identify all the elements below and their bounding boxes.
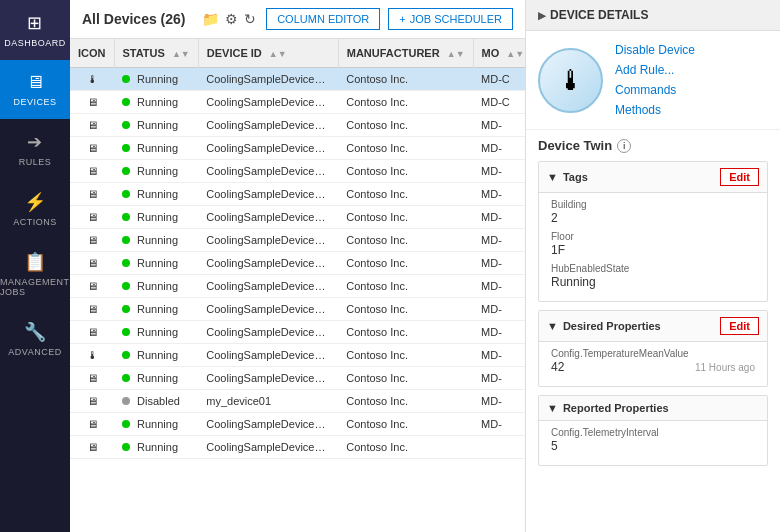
status-dot [122, 282, 130, 290]
col-device-id[interactable]: DEVICE ID ▲▼ [198, 39, 338, 68]
table-row[interactable]: 🌡 Running CoolingSampleDevice002_979 Con… [70, 344, 525, 367]
cell-icon: 🖥 [70, 298, 114, 321]
status-text: Running [137, 349, 178, 361]
job-scheduler-button[interactable]: + JOB SCHEDULER [388, 8, 513, 30]
table-row[interactable]: 🖥 Running CoolingSampleDevice021_979 Con… [70, 436, 525, 459]
cell-device-id: CoolingSampleDevice012_979 [198, 275, 338, 298]
cell-device-id: CoolingSampleDevice022_979 [198, 206, 338, 229]
cell-device-id: my_device01 [198, 390, 338, 413]
floor-label: Floor [551, 231, 755, 242]
status-dot [122, 167, 130, 175]
cell-icon: 🖥 [70, 137, 114, 160]
table-row[interactable]: 🖥 Running CoolingSampleDevice015_979 Con… [70, 298, 525, 321]
device-icon-2: 🖥 [87, 119, 98, 131]
table-row[interactable]: 🖥 Running CoolingSampleDevice023_979 Con… [70, 91, 525, 114]
methods-link[interactable]: Methods [615, 103, 695, 117]
sidebar-item-rules[interactable]: ➔ Rules [0, 119, 70, 179]
sidebar-item-management-jobs[interactable]: 📋 Management Jobs [0, 239, 70, 309]
status-dot [122, 121, 130, 129]
tags-edit-button[interactable]: Edit [720, 168, 759, 186]
column-editor-button[interactable]: COLUMN EDITOR [266, 8, 380, 30]
cell-manufacturer: Contoso Inc. [338, 183, 473, 206]
page-title: All Devices (26) [82, 11, 192, 27]
actions-icon: ⚡ [24, 191, 47, 213]
building-value: 2 [551, 211, 755, 225]
col-model[interactable]: MO ▲▼ [473, 39, 525, 68]
desired-section: ▼ Desired Properties Edit Config.Tempera… [538, 310, 768, 387]
table-row[interactable]: 🖥 Running CoolingSampleDevice020_979 Con… [70, 160, 525, 183]
config-temp-row: 42 11 Hours ago [551, 360, 755, 374]
info-icon[interactable]: i [617, 139, 631, 153]
add-rule-link[interactable]: Add Rule... [615, 63, 695, 77]
panel-header: ▶ DEVICE DETAILS [526, 0, 780, 31]
desired-section-header[interactable]: ▼ Desired Properties Edit [539, 311, 767, 342]
cell-icon: 🖥 [70, 183, 114, 206]
telemetry-prop: Config.TelemetryInterval 5 [551, 427, 755, 453]
folder-icon[interactable]: 📁 [202, 11, 219, 27]
cell-status: Running [114, 68, 198, 91]
device-visual: 🌡 Disable Device Add Rule... Commands Me… [526, 31, 780, 130]
cell-manufacturer: Contoso Inc. [338, 298, 473, 321]
table-row[interactable]: 🖥 Running CoolingSampleDevice007_979 Con… [70, 413, 525, 436]
status-text: Running [137, 280, 178, 292]
status-dot [122, 374, 130, 382]
table-row[interactable]: 🖥 Running CoolingSampleDevice025_979 Con… [70, 229, 525, 252]
cell-device-id: CoolingSampleDevice002_979 [198, 344, 338, 367]
refresh-icon[interactable]: ↻ [244, 11, 256, 27]
dashboard-icon: ⊞ [27, 12, 43, 34]
commands-link[interactable]: Commands [615, 83, 695, 97]
status-text: Running [137, 326, 178, 338]
status-dot [122, 328, 130, 336]
cell-manufacturer: Contoso Inc. [338, 367, 473, 390]
status-text: Running [137, 372, 178, 384]
toolbar: COLUMN EDITOR + JOB SCHEDULER [266, 8, 513, 30]
desired-section-left: ▼ Desired Properties [547, 320, 661, 332]
cell-manufacturer: Contoso Inc. [338, 344, 473, 367]
table-row[interactable]: 🌡 Running CoolingSampleDevice001_979 Con… [70, 68, 525, 91]
device-twin-section: Device Twin i ▼ Tags Edit Building 2 Flo… [526, 130, 780, 482]
table-row[interactable]: 🖥 Running CoolingSampleDevice018_979 Con… [70, 321, 525, 344]
table-row[interactable]: 🖥 Running CoolingSampleDevice012_979 Con… [70, 275, 525, 298]
table-row[interactable]: 🖥 Running CoolingSampleDevice006_979 Con… [70, 183, 525, 206]
sidebar-item-advanced[interactable]: 🔧 Advanced [0, 309, 70, 369]
sidebar-item-actions[interactable]: ⚡ Actions [0, 179, 70, 239]
cell-model: MD- [473, 413, 525, 436]
desired-edit-button[interactable]: Edit [720, 317, 759, 335]
sidebar-item-label: Devices [13, 97, 56, 107]
tags-section-header[interactable]: ▼ Tags Edit [539, 162, 767, 193]
cell-manufacturer: Contoso Inc. [338, 137, 473, 160]
cell-model: MD- [473, 321, 525, 344]
sidebar-item-dashboard[interactable]: ⊞ Dashboard [0, 0, 70, 60]
table-row[interactable]: 🖥 Disabled my_device01 Contoso Inc. MD- [70, 390, 525, 413]
config-temp-label: Config.TemperatureMeanValue [551, 348, 755, 359]
table-row[interactable]: 🖥 Running CoolingSampleDevice010_979 Con… [70, 252, 525, 275]
filter-icon[interactable]: ⚙ [225, 11, 238, 27]
cell-icon: 🖥 [70, 229, 114, 252]
cell-manufacturer: Contoso Inc. [338, 91, 473, 114]
table-row[interactable]: 🖥 Running CoolingSampleDevice013_979 Con… [70, 137, 525, 160]
status-dot [122, 75, 130, 83]
table-row[interactable]: 🖥 Running CoolingSampleDevice022_979 Con… [70, 206, 525, 229]
col-status[interactable]: STATUS ▲▼ [114, 39, 198, 68]
reported-section-header[interactable]: ▼ Reported Properties [539, 396, 767, 421]
device-icon-4: 🖥 [87, 165, 98, 177]
status-dot [122, 190, 130, 198]
device-icon-9: 🖥 [87, 280, 98, 292]
status-text: Running [137, 303, 178, 315]
cell-device-id: CoolingSampleDevice013_979 [198, 137, 338, 160]
status-dot [122, 397, 130, 405]
sidebar-item-label: Actions [13, 217, 57, 227]
cell-status: Running [114, 298, 198, 321]
status-text: Running [137, 257, 178, 269]
cell-status: Running [114, 413, 198, 436]
cell-manufacturer: Contoso Inc. [338, 114, 473, 137]
status-dot [122, 144, 130, 152]
table-row[interactable]: 🖥 Running CoolingSampleDevice005_979 Con… [70, 114, 525, 137]
sidebar-item-devices[interactable]: 🖥 Devices [0, 60, 70, 119]
table-row[interactable]: 🖥 Running CoolingSampleDevice004_979 Con… [70, 367, 525, 390]
cell-device-id: CoolingSampleDevice005_979 [198, 114, 338, 137]
disable-device-link[interactable]: Disable Device [615, 43, 695, 57]
col-manufacturer[interactable]: MANUFACTURER ▲▼ [338, 39, 473, 68]
sidebar-item-label: Advanced [8, 347, 61, 357]
device-icon-0: 🌡 [87, 73, 98, 85]
